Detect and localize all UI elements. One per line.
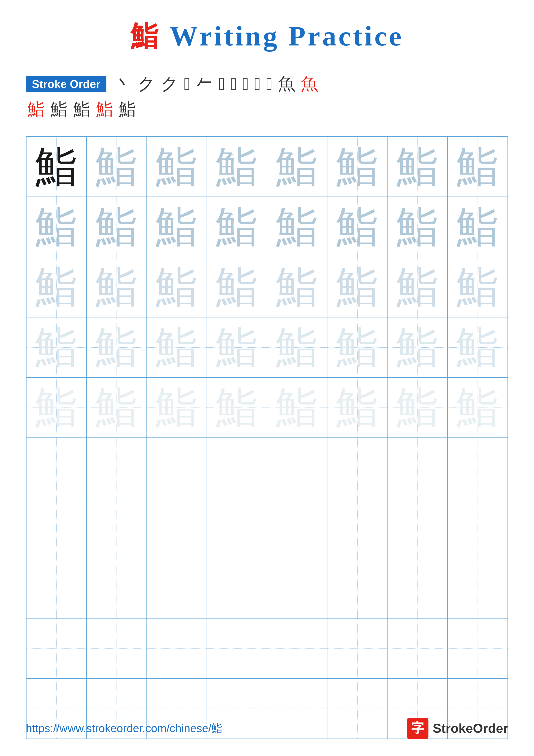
stroke-12: 魚 — [301, 72, 318, 96]
title-char: 鮨 — [131, 20, 161, 51]
practice-char-light: 鮨 — [336, 265, 379, 309]
grid-cell-r8c6[interactable] — [327, 558, 387, 618]
grid-cell-r7c6[interactable] — [327, 498, 387, 558]
grid-cell-r9c4[interactable] — [207, 618, 267, 678]
grid-cell-r4c2[interactable]: 鮨 — [87, 317, 146, 377]
stroke-16: 鮨 — [96, 98, 113, 121]
grid-cell-r5c1[interactable]: 鮨 — [26, 378, 87, 438]
grid-cell-r3c4[interactable]: 鮨 — [207, 257, 267, 317]
grid-cell-r3c6[interactable]: 鮨 — [327, 257, 387, 317]
practice-char-very-light: 鮨 — [396, 326, 439, 369]
grid-cell-r9c2[interactable] — [87, 618, 146, 678]
grid-cell-r6c6[interactable] — [327, 438, 387, 498]
grid-cell-r5c7[interactable]: 鮨 — [387, 378, 447, 438]
grid-cell-r2c2[interactable]: 鮨 — [87, 197, 146, 257]
practice-char-medium: 鮨 — [336, 145, 379, 188]
grid-cell-r2c8[interactable]: 鮨 — [447, 197, 508, 257]
grid-cell-r9c1[interactable] — [26, 618, 87, 678]
grid-cell-r6c3[interactable] — [147, 438, 207, 498]
practice-char-very-light: 鮨 — [275, 326, 318, 369]
grid-cell-r8c3[interactable] — [147, 558, 207, 618]
grid-cell-r4c4[interactable]: 鮨 — [207, 317, 267, 377]
grid-cell-r9c7[interactable] — [387, 618, 447, 678]
practice-char-faint: 鮨 — [216, 386, 259, 429]
grid-cell-r1c3[interactable]: 鮨 — [147, 137, 207, 197]
grid-cell-r5c4[interactable]: 鮨 — [207, 378, 267, 438]
stroke-9: 𤋶 — [254, 74, 261, 94]
grid-cell-r2c3[interactable]: 鮨 — [147, 197, 207, 257]
grid-cell-r3c2[interactable]: 鮨 — [87, 257, 146, 317]
grid-cell-r1c8[interactable]: 鮨 — [447, 137, 508, 197]
grid-cell-r7c4[interactable] — [207, 498, 267, 558]
grid-cell-r8c4[interactable] — [207, 558, 267, 618]
grid-cell-r3c7[interactable]: 鮨 — [387, 257, 447, 317]
grid-cell-r4c5[interactable]: 鮨 — [267, 317, 327, 377]
practice-char-medium: 鮨 — [155, 145, 198, 188]
grid-cell-r8c5[interactable] — [267, 558, 327, 618]
grid-cell-r3c3[interactable]: 鮨 — [147, 257, 207, 317]
stroke-order-row-2: 鮨 鮨 鮨 鮨 鮨 — [26, 98, 508, 121]
grid-cell-r6c5[interactable] — [267, 438, 327, 498]
grid-cell-r4c7[interactable]: 鮨 — [387, 317, 447, 377]
grid-cell-r5c6[interactable]: 鮨 — [327, 378, 387, 438]
stroke-1: 丶 — [114, 72, 132, 96]
grid-cell-r2c7[interactable]: 鮨 — [387, 197, 447, 257]
grid-cell-r9c3[interactable] — [147, 618, 207, 678]
grid-cell-r6c2[interactable] — [87, 438, 146, 498]
practice-char-faint: 鮨 — [396, 386, 439, 429]
grid-cell-r2c4[interactable]: 鮨 — [207, 197, 267, 257]
grid-cell-r5c5[interactable]: 鮨 — [267, 378, 327, 438]
grid-cell-r7c2[interactable] — [87, 498, 146, 558]
grid-cell-r2c1[interactable]: 鮨 — [26, 197, 87, 257]
stroke-3: ク — [161, 72, 178, 96]
grid-cell-r3c1[interactable]: 鮨 — [26, 257, 87, 317]
grid-cell-r1c4[interactable]: 鮨 — [207, 137, 267, 197]
grid-cell-r7c3[interactable] — [147, 498, 207, 558]
practice-char-light: 鮨 — [155, 265, 198, 309]
grid-cell-r1c2[interactable]: 鮨 — [87, 137, 146, 197]
grid-cell-r4c1[interactable]: 鮨 — [26, 317, 87, 377]
grid-cell-r4c3[interactable]: 鮨 — [147, 317, 207, 377]
grid-cell-r1c6[interactable]: 鮨 — [327, 137, 387, 197]
grid-cell-r5c2[interactable]: 鮨 — [87, 378, 146, 438]
grid-cell-r4c6[interactable]: 鮨 — [327, 317, 387, 377]
practice-char-very-light: 鮨 — [216, 326, 259, 369]
grid-cell-r7c1[interactable] — [26, 498, 87, 558]
grid-cell-r7c5[interactable] — [267, 498, 327, 558]
practice-char-very-light: 鮨 — [95, 326, 138, 369]
grid-cell-r8c7[interactable] — [387, 558, 447, 618]
grid-cell-r8c1[interactable] — [26, 558, 87, 618]
grid-cell-r3c5[interactable]: 鮨 — [267, 257, 327, 317]
page: 鮨 Writing Practice Stroke Order 丶 ク ク 𠂊 … — [0, 0, 534, 756]
grid-cell-r9c5[interactable] — [267, 618, 327, 678]
practice-char-medium: 鮨 — [155, 205, 198, 249]
grid-cell-r1c1[interactable]: 鮨 — [26, 137, 87, 197]
grid-cell-r7c8[interactable] — [447, 498, 508, 558]
grid-cell-r6c4[interactable] — [207, 438, 267, 498]
grid-cell-r9c8[interactable] — [447, 618, 508, 678]
grid-cell-r5c8[interactable]: 鮨 — [447, 378, 508, 438]
grid-cell-r4c8[interactable]: 鮨 — [447, 317, 508, 377]
grid-cell-r2c5[interactable]: 鮨 — [267, 197, 327, 257]
grid-cell-r6c8[interactable] — [447, 438, 508, 498]
grid-cell-r1c7[interactable]: 鮨 — [387, 137, 447, 197]
footer-url: https://www.strokeorder.com/chinese/鮨 — [26, 721, 222, 736]
grid-cell-r9c6[interactable] — [327, 618, 387, 678]
grid-cell-r3c8[interactable]: 鮨 — [447, 257, 508, 317]
footer-brand: 字 StrokeOrder — [407, 717, 508, 739]
stroke-order-section: Stroke Order 丶 ク ク 𠂊 𠂉 𤋳 𤋴 𤋵 𤋶 𤋷 魚 魚 鮨 鮨… — [26, 72, 508, 123]
grid-cell-r7c7[interactable] — [387, 498, 447, 558]
stroke-order-badge: Stroke Order — [26, 76, 106, 92]
practice-char-medium: 鮨 — [456, 205, 499, 249]
grid-cell-r8c2[interactable] — [87, 558, 146, 618]
grid-cell-r1c5[interactable]: 鮨 — [267, 137, 327, 197]
brand-name: StrokeOrder — [433, 721, 508, 736]
grid-cell-r5c3[interactable]: 鮨 — [147, 378, 207, 438]
stroke-2: ク — [138, 72, 155, 96]
stroke-11: 魚 — [278, 72, 295, 96]
grid-cell-r6c7[interactable] — [387, 438, 447, 498]
grid-cell-r6c1[interactable] — [26, 438, 87, 498]
grid-cell-r8c8[interactable] — [447, 558, 508, 618]
practice-char-medium: 鮨 — [35, 205, 78, 249]
grid-cell-r2c6[interactable]: 鮨 — [327, 197, 387, 257]
